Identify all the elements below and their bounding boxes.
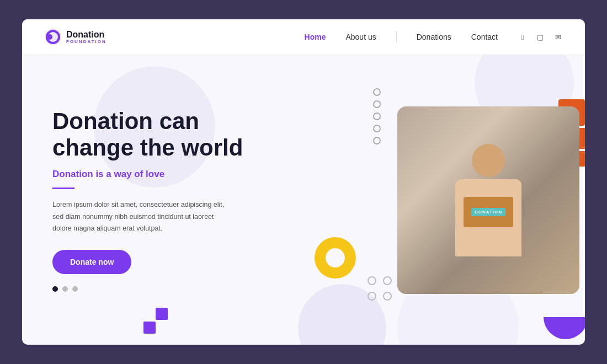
hero-photo-area: DONATION	[397, 55, 585, 345]
slider-dots	[52, 286, 281, 292]
small-circle-1	[373, 88, 381, 96]
hero-subtitle: Donation is a way of love	[52, 169, 281, 180]
dot-grid	[368, 276, 392, 301]
purple-squares	[143, 308, 168, 334]
small-circle-3	[373, 113, 381, 120]
facebook-icon[interactable]: 	[518, 32, 528, 42]
purple-square-top	[156, 308, 168, 320]
hero-section: Donation can change the world Donation i…	[22, 55, 585, 345]
hero-center-deco	[309, 55, 397, 345]
yellow-donut	[315, 237, 356, 279]
nav-donations[interactable]: Donations	[417, 33, 451, 41]
hero-content: Donation can change the world Donation i…	[22, 108, 309, 292]
navbar: Donation Foundation Home About us Donati…	[22, 19, 585, 55]
purple-semicircle	[544, 317, 585, 339]
nav-contact[interactable]: Contact	[471, 33, 498, 41]
hero-photo: DONATION	[397, 106, 579, 294]
logo-area[interactable]: Donation Foundation	[44, 28, 107, 46]
nav-home[interactable]: Home	[305, 33, 326, 41]
dot-1[interactable]	[52, 286, 58, 292]
donation-box: DONATION	[464, 197, 513, 227]
logo-text: Donation Foundation	[66, 30, 107, 45]
photo-background: DONATION	[397, 106, 579, 294]
brand-sub: Foundation	[66, 39, 107, 44]
browser-frame: Donation Foundation Home About us Donati…	[22, 19, 585, 345]
nav-links: Home About us Donations Contact  ▢ ✉	[305, 31, 563, 42]
donation-box-label: DONATION	[471, 208, 505, 216]
dot-2[interactable]	[62, 286, 68, 292]
person-head	[472, 144, 505, 177]
purple-square-bottom	[143, 322, 156, 334]
small-circles	[373, 88, 381, 144]
small-circle-2	[373, 100, 381, 108]
nav-divider	[396, 31, 397, 42]
grid-dot-1	[368, 276, 376, 285]
hero-divider	[52, 188, 74, 189]
person-overlay: DONATION	[397, 106, 579, 294]
person-body: DONATION	[455, 179, 521, 256]
grid-dot-4	[383, 292, 392, 301]
small-circle-4	[373, 125, 381, 132]
grid-dot-2	[383, 276, 392, 285]
yellow-donut-inner	[326, 248, 345, 267]
donate-now-button[interactable]: Donate now	[52, 250, 131, 274]
small-circle-5	[373, 137, 381, 144]
grid-dot-3	[368, 292, 376, 301]
email-icon[interactable]: ✉	[553, 32, 563, 42]
svg-point-2	[47, 34, 52, 40]
instagram-icon[interactable]: ▢	[535, 32, 545, 42]
hero-title: Donation can change the world	[52, 108, 281, 162]
nav-about[interactable]: About us	[345, 33, 376, 41]
hero-body: Lorem ipsum dolor sit amet, consectetuer…	[52, 199, 229, 234]
social-icons:  ▢ ✉	[518, 32, 563, 42]
brand-name: Donation	[66, 30, 107, 40]
dot-3[interactable]	[72, 286, 78, 292]
logo-icon	[44, 28, 62, 46]
